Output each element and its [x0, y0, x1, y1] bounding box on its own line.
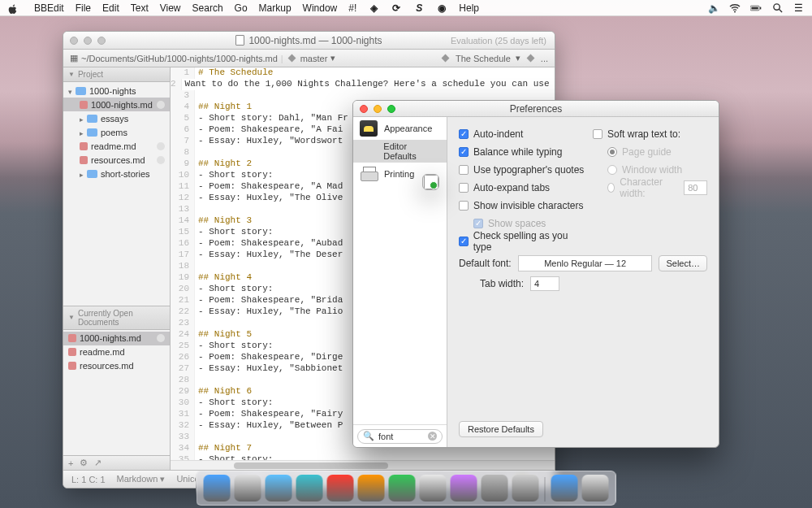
- open-doc-resources-md[interactable]: resources.md: [63, 359, 170, 373]
- code-line[interactable]: - Essay: Huxley, "The Olive: [195, 193, 343, 204]
- disclosure-icon[interactable]: [80, 128, 84, 137]
- dock-app-icon[interactable]: [327, 475, 354, 501]
- prefs-search-input[interactable]: 🔍 font ✕: [357, 429, 443, 444]
- spotlight-icon[interactable]: [771, 2, 783, 14]
- code-line[interactable]: ## Night 7: [195, 443, 252, 454]
- auto-indent-checkbox[interactable]: Auto-indent: [459, 125, 585, 143]
- project-item-short-stories[interactable]: short-stories: [63, 167, 170, 180]
- prefs-editor-defaults-row[interactable]: Editor Defaults: [353, 140, 447, 163]
- menu-extra-icon[interactable]: S: [413, 2, 425, 14]
- sidebar-project-header[interactable]: ▼Project: [63, 67, 170, 82]
- code-line[interactable]: - Short story:: [195, 454, 273, 460]
- balance-checkbox[interactable]: Balance while typing: [459, 143, 585, 161]
- code-line[interactable]: ## Night 5: [195, 329, 252, 341]
- code-line[interactable]: - Poem: Shakespeare, "A Mad: [195, 181, 343, 193]
- project-item-readme-md[interactable]: readme.md: [63, 139, 170, 153]
- code-line[interactable]: - Essay: Huxley, "The Deser: [195, 250, 343, 261]
- arrow-icon[interactable]: ↗: [94, 458, 102, 468]
- dock-app-icon[interactable]: [451, 475, 477, 501]
- code-line[interactable]: [195, 318, 198, 329]
- section-crumb[interactable]: ...: [541, 54, 548, 63]
- close-dot-icon[interactable]: [157, 156, 165, 164]
- code-line[interactable]: - Poem: Shakespeare, "A Fai: [195, 124, 343, 136]
- select-font-button[interactable]: Select…: [659, 255, 707, 271]
- menu-edit[interactable]: Edit: [102, 2, 119, 14]
- battery-icon[interactable]: [750, 2, 762, 14]
- code-line[interactable]: - Short story:: [195, 170, 273, 181]
- volume-icon[interactable]: 🔈: [708, 2, 719, 14]
- code-line[interactable]: Want to do the 1,000 Nights Challenge? H…: [182, 79, 555, 90]
- code-line[interactable]: [195, 90, 198, 102]
- app-name[interactable]: BBEdit: [34, 2, 64, 14]
- code-line[interactable]: [195, 432, 198, 443]
- code-line[interactable]: ## Night 6: [195, 386, 252, 397]
- code-line[interactable]: - Poem: Shakespeare, "Aubad: [195, 238, 343, 250]
- character-width-field[interactable]: 80: [684, 180, 707, 195]
- menu-extra-icon[interactable]: ◈: [368, 2, 379, 14]
- code-line[interactable]: ## Night 4: [195, 272, 252, 284]
- soft-wrap-checkbox[interactable]: Soft wrap text to:: [593, 125, 707, 143]
- dock-app-icon[interactable]: [358, 475, 385, 501]
- menu-view[interactable]: View: [160, 2, 181, 14]
- window-controls[interactable]: [70, 37, 106, 45]
- menu-text[interactable]: Text: [131, 2, 149, 14]
- menu-search[interactable]: Search: [192, 2, 223, 14]
- menu-extra-icon[interactable]: ◉: [436, 2, 447, 14]
- open-doc-1000-nights-md[interactable]: 1000-nights.md: [63, 332, 170, 345]
- dock-app-icon[interactable]: [204, 475, 231, 501]
- window-controls[interactable]: [360, 105, 395, 113]
- notification-center-icon[interactable]: ☰: [793, 2, 804, 14]
- restore-defaults-button[interactable]: Restore Defaults: [459, 421, 543, 437]
- menu-markup[interactable]: Markup: [259, 2, 292, 14]
- code-line[interactable]: - Essay: Huxley, "Between P: [195, 420, 343, 432]
- language-popup[interactable]: Markdown ▾: [117, 474, 166, 484]
- apple-menu-icon[interactable]: [8, 3, 18, 13]
- disclosure-icon[interactable]: [80, 114, 84, 124]
- code-line[interactable]: ## Night 1: [195, 102, 252, 113]
- sidebar-open-docs-header[interactable]: ▼Currently Open Documents: [63, 306, 170, 330]
- code-line[interactable]: - Poem: Shakespeare, "Fairy: [195, 409, 343, 420]
- wifi-icon[interactable]: [729, 2, 741, 14]
- close-dot-icon[interactable]: [157, 334, 165, 342]
- open-doc-readme-md[interactable]: readme.md: [63, 345, 170, 359]
- dock-app-icon[interactable]: [235, 475, 261, 501]
- code-line[interactable]: - Short story:: [195, 397, 273, 409]
- code-line[interactable]: [195, 204, 198, 215]
- menu-go[interactable]: Go: [235, 2, 248, 14]
- section-crumb[interactable]: The Schedule: [456, 54, 511, 63]
- code-line[interactable]: - Poem: Shakespeare, "Brida: [195, 295, 343, 306]
- menu-shebang[interactable]: #!: [348, 2, 356, 14]
- code-line[interactable]: - Essay: Huxley, "Wordswort: [195, 136, 343, 147]
- code-line[interactable]: [195, 147, 198, 158]
- code-line[interactable]: - Short story:: [195, 227, 273, 238]
- tab-width-field[interactable]: 4: [530, 276, 559, 291]
- menu-extra-icon[interactable]: ⟳: [391, 2, 402, 14]
- horizontal-scrollbar[interactable]: [171, 460, 555, 470]
- code-line[interactable]: - Short story:: [195, 284, 273, 295]
- add-icon[interactable]: +: [68, 458, 73, 468]
- dock-app-icon[interactable]: [582, 475, 609, 501]
- clear-search-icon[interactable]: ✕: [428, 432, 437, 441]
- disclosure-icon[interactable]: ▦: [70, 53, 78, 63]
- menu-window[interactable]: Window: [303, 2, 338, 14]
- path-crumb[interactable]: ~/Documents/GitHub/1000-nights/1000-nigh…: [81, 54, 278, 63]
- gear-icon[interactable]: ⚙: [80, 458, 88, 468]
- dock[interactable]: [197, 471, 616, 506]
- code-line[interactable]: - Essay: Huxley, "The Palio: [195, 306, 343, 318]
- spell-check-checkbox[interactable]: Check spelling as you type: [459, 232, 585, 250]
- code-line[interactable]: - Short story: Dahl, "Man Fr: [195, 113, 348, 124]
- editor-titlebar[interactable]: 1000-nights.md — 1000-nights Evaluation …: [63, 32, 555, 50]
- dock-app-icon[interactable]: [389, 475, 416, 501]
- dock-app-icon[interactable]: [482, 475, 508, 501]
- branch-crumb[interactable]: master: [300, 54, 328, 63]
- project-item-1000-nights[interactable]: 1000-nights: [63, 84, 170, 98]
- menu-file[interactable]: File: [76, 2, 91, 14]
- prefs-appearance-row[interactable]: Appearance: [353, 117, 447, 140]
- project-item-resources-md[interactable]: resources.md: [63, 153, 170, 167]
- close-dot-icon[interactable]: [157, 142, 165, 150]
- auto-expand-tabs-checkbox[interactable]: Auto-expand tabs: [459, 179, 585, 197]
- menu-help[interactable]: Help: [459, 2, 479, 14]
- code-line[interactable]: ## Night 2: [195, 158, 252, 170]
- code-line[interactable]: [195, 375, 198, 386]
- code-line[interactable]: - Essay: Huxley, "Sabbionet: [195, 363, 343, 375]
